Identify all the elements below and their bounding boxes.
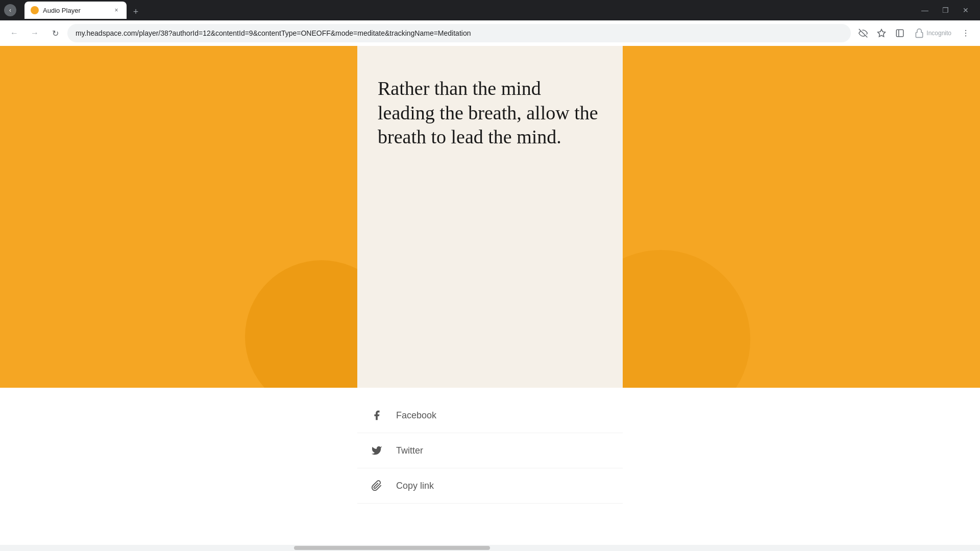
maximize-button[interactable]: ❐ xyxy=(939,4,951,16)
bottom-scrollbar xyxy=(0,545,980,551)
incognito-label: Incognito xyxy=(926,30,951,37)
page-bottom: Facebook Twitter Copy link xyxy=(0,388,980,551)
title-bar: ‹ Audio Player × + — ❐ ✕ xyxy=(0,0,980,20)
tab-favicon xyxy=(31,6,39,14)
copy-link-icon xyxy=(368,477,386,495)
bookmark-icon[interactable] xyxy=(873,25,890,41)
window-controls: — ❐ ✕ xyxy=(919,4,976,16)
svg-marker-1 xyxy=(878,30,886,37)
twitter-share-item[interactable]: Twitter xyxy=(357,433,623,468)
copy-link-share-item[interactable]: Copy link xyxy=(357,468,623,504)
address-bar[interactable] xyxy=(67,24,851,42)
tab-title: Audio Player xyxy=(43,7,108,14)
right-arc-decoration xyxy=(623,250,750,388)
right-yellow-bg xyxy=(623,46,980,388)
tab-strip: Audio Player × + xyxy=(20,2,917,19)
quote-section: Rather than the mind leading the breath,… xyxy=(357,46,623,165)
twitter-label: Twitter xyxy=(396,445,423,456)
copy-link-label: Copy link xyxy=(396,481,434,491)
quote-text: Rather than the mind leading the breath,… xyxy=(378,77,602,149)
new-tab-button[interactable]: + xyxy=(129,5,143,19)
eye-slash-icon[interactable] xyxy=(855,25,871,41)
facebook-icon xyxy=(368,406,386,424)
page-content: Rather than the mind leading the breath,… xyxy=(0,46,980,551)
back-button[interactable]: ← xyxy=(6,25,22,41)
sidebar-icon[interactable] xyxy=(892,25,908,41)
left-arc-decoration xyxy=(245,260,357,388)
toolbar: ← → ↻ xyxy=(0,20,980,46)
svg-point-4 xyxy=(965,30,966,31)
svg-rect-2 xyxy=(897,30,904,37)
reload-button[interactable]: ↻ xyxy=(47,25,63,41)
menu-icon[interactable] xyxy=(958,25,974,41)
minimize-button[interactable]: — xyxy=(919,4,931,16)
facebook-label: Facebook xyxy=(396,410,436,421)
facebook-share-item[interactable]: Facebook xyxy=(357,398,623,433)
browser-chrome: ‹ Audio Player × + — ❐ ✕ ← → ↻ xyxy=(0,0,980,46)
forward-button[interactable]: → xyxy=(27,25,43,41)
tab-prev-button[interactable]: ‹ xyxy=(4,4,16,16)
close-window-button[interactable]: ✕ xyxy=(960,4,972,16)
active-tab[interactable]: Audio Player × xyxy=(24,2,127,19)
share-list: Facebook Twitter Copy link xyxy=(357,388,623,551)
svg-point-5 xyxy=(965,33,966,34)
twitter-icon xyxy=(368,441,386,460)
address-input[interactable] xyxy=(76,29,843,37)
toolbar-actions: Incognito xyxy=(855,25,974,41)
left-yellow-bg xyxy=(0,46,357,388)
tab-close-button[interactable]: × xyxy=(112,6,120,14)
scrollbar-thumb[interactable] xyxy=(294,546,490,550)
svg-point-6 xyxy=(965,35,966,36)
incognito-button[interactable]: Incognito xyxy=(910,26,955,40)
